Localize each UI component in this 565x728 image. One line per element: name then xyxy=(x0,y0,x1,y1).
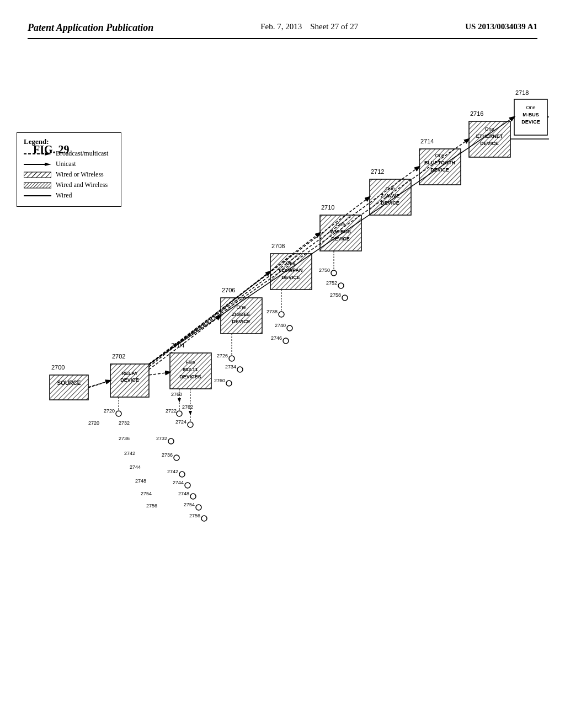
svg-point-71 xyxy=(174,455,179,461)
svg-text:2752: 2752 xyxy=(326,280,337,286)
node-2748: 2748 xyxy=(178,491,196,499)
svg-text:Z-WAVE: Z-WAVE xyxy=(381,193,399,199)
svg-point-88 xyxy=(226,381,232,386)
node-2746: 2746 xyxy=(271,335,289,344)
svg-text:One: One xyxy=(526,105,535,110)
svg-point-102 xyxy=(342,295,348,301)
svg-text:One: One xyxy=(236,304,246,310)
sheet-info: Sheet 27 of 27 xyxy=(310,22,358,31)
svg-text:2708: 2708 xyxy=(271,243,285,249)
svg-text:DEVICE: DEVICE xyxy=(480,141,499,146)
node-2732-label: 2732 xyxy=(119,420,130,426)
svg-text:2702: 2702 xyxy=(112,353,125,360)
publication-title: Patent Application Publication xyxy=(28,22,153,34)
svg-text:2744: 2744 xyxy=(173,480,184,485)
node-2748-label: 2748 xyxy=(135,478,146,484)
svg-text:2746: 2746 xyxy=(271,335,282,341)
node-2754: 2754 xyxy=(184,502,201,510)
svg-point-66 xyxy=(116,411,121,416)
svg-point-90 xyxy=(279,312,284,317)
svg-text:2716: 2716 xyxy=(470,110,483,117)
svg-text:One: One xyxy=(286,260,295,266)
svg-text:2722: 2722 xyxy=(166,408,177,414)
svg-marker-106 xyxy=(189,411,192,415)
svg-text:2760: 2760 xyxy=(171,392,182,397)
node-2754-label: 2754 xyxy=(141,491,152,496)
svg-text:2742: 2742 xyxy=(167,469,178,474)
bluetooth-device-node: One BLUETOOTH DEVICE 2714 xyxy=(419,138,461,185)
svg-text:2724: 2724 xyxy=(175,419,186,425)
svg-text:2750: 2750 xyxy=(319,267,330,273)
svg-text:RELAY: RELAY xyxy=(121,371,138,376)
svg-text:2756: 2756 xyxy=(189,513,200,518)
svg-point-100 xyxy=(338,283,344,288)
node-2720: 2720 xyxy=(104,397,121,416)
svg-marker-104 xyxy=(178,398,181,403)
svg-text:2762: 2762 xyxy=(182,404,193,410)
svg-text:2734: 2734 xyxy=(225,364,236,370)
patent-number: US 2013/0034039 A1 xyxy=(465,22,537,31)
svg-point-75 xyxy=(185,483,190,488)
svg-text:2732: 2732 xyxy=(156,436,167,441)
relay-device-node: RELAY DEVICE 2702 xyxy=(110,353,149,397)
node-2756-label: 2756 xyxy=(146,503,157,508)
svg-point-93 xyxy=(287,325,292,331)
svg-text:DEVICE: DEVICE xyxy=(281,275,300,280)
svg-text:SOURCE: SOURCE xyxy=(57,380,81,386)
page-header: Patent Application Publication Feb. 7, 2… xyxy=(28,22,537,39)
svg-point-81 xyxy=(201,516,207,521)
svg-text:2760: 2760 xyxy=(214,378,225,383)
node-2742-label: 2742 xyxy=(124,451,135,456)
node-2742: 2742 xyxy=(167,469,185,477)
svg-rect-13 xyxy=(50,375,88,400)
svg-point-97 xyxy=(331,270,337,276)
publication-date: Feb. 7, 2013 xyxy=(260,22,302,31)
svg-point-79 xyxy=(196,505,201,510)
node-2736: 2736 xyxy=(162,452,179,461)
node-2740: 2740 xyxy=(275,323,292,331)
svg-text:2740: 2740 xyxy=(275,323,286,328)
relay-to-80211-line xyxy=(149,372,170,375)
svg-point-63 xyxy=(188,422,193,427)
svg-text:2718: 2718 xyxy=(515,89,529,96)
svg-point-73 xyxy=(179,472,185,477)
node-2738: 2738 xyxy=(266,290,284,317)
svg-text:One: One xyxy=(484,126,494,132)
svg-text:M-BUS: M-BUS xyxy=(523,112,539,117)
svg-text:802.11: 802.11 xyxy=(183,367,198,372)
node-2744: 2744 xyxy=(173,480,190,488)
svg-text:2706: 2706 xyxy=(222,287,235,293)
m-bus-device-node: One M-BUS DEVICE 2718 xyxy=(514,89,547,135)
svg-text:ETHERNET: ETHERNET xyxy=(476,133,503,139)
header-center: Feb. 7, 2013 Sheet 27 of 27 xyxy=(260,22,358,31)
svg-text:2700: 2700 xyxy=(51,364,65,371)
svg-text:DEVICES: DEVICES xyxy=(179,374,201,379)
802-11-devices-node: Five 802.11 DEVICES 2704 xyxy=(170,342,211,389)
node-2726: 2726 xyxy=(217,334,234,361)
node-2758: 2758 xyxy=(330,292,348,301)
node-2744-label: 2744 xyxy=(130,464,141,470)
svg-text:2758: 2758 xyxy=(330,292,341,298)
node-2736-label: 2736 xyxy=(119,436,130,441)
source-node: SOURCE 2700 xyxy=(50,364,88,400)
svg-text:ZIGBEE: ZIGBEE xyxy=(232,312,250,317)
svg-text:One: One xyxy=(335,222,345,227)
svg-text:2710: 2710 xyxy=(321,204,334,211)
svg-text:2714: 2714 xyxy=(420,138,434,144)
svg-text:2712: 2712 xyxy=(371,168,384,175)
node-2760-zigbee: 2760 xyxy=(214,378,232,386)
svg-point-83 xyxy=(229,356,234,361)
z-wave-device-node: One Z-WAVE DEVICE 2712 xyxy=(370,168,411,215)
node-2734: 2734 xyxy=(225,364,243,372)
svg-text:2754: 2754 xyxy=(184,502,195,507)
svg-point-69 xyxy=(168,438,174,444)
svg-text:2726: 2726 xyxy=(217,353,228,358)
node-2752: 2752 xyxy=(326,280,344,288)
relay-to-mbus-line xyxy=(149,117,514,364)
svg-text:2720: 2720 xyxy=(104,408,115,414)
source-relay-conn xyxy=(88,381,110,388)
node-2732: 2732 xyxy=(156,436,174,444)
svg-point-77 xyxy=(190,494,196,499)
svg-text:DEVICE: DEVICE xyxy=(521,119,540,125)
relay-to-ethernet-line xyxy=(149,139,469,364)
